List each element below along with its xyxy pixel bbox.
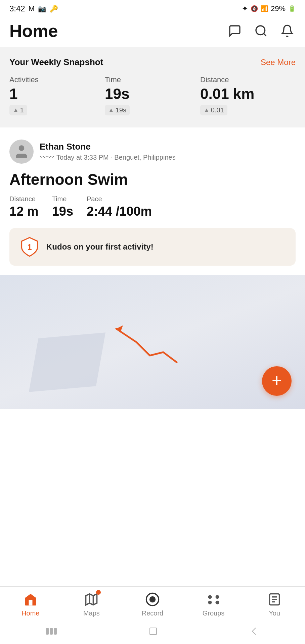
map-route [96,309,190,376]
map-background: + [0,275,305,409]
maps-icon [83,591,99,607]
svg-rect-21 [150,628,157,635]
nav-you[interactable]: You [254,591,295,617]
plus-icon: + [272,372,282,389]
stat-activities-label: Activities [9,75,105,84]
kudos-banner: 1 Kudos on your first activity! [9,228,296,266]
stat-time: Time 19s ▲ 19s [105,75,200,115]
stat-time-label: Time [105,75,200,84]
battery-icon: 🔋 [288,5,296,12]
android-nav-bar [0,621,305,644]
activity-meta-text: Today at 3:33 PM · Benguet, Philippines [56,154,176,161]
arrow-up-icon: ▲ [204,107,210,114]
see-more-button[interactable]: See More [261,58,296,67]
user-info: Ethan Stone 〰〰 Today at 3:33 PM · Bengue… [40,142,176,162]
stat-distance-label: Distance [200,75,296,84]
svg-text:1: 1 [27,243,32,252]
maps-badge [96,590,101,595]
achievement-badge-icon: 1 [19,236,40,258]
stat-time-delta: 19s [116,106,126,114]
bottom-navigation: Home Maps Record [0,586,305,644]
activity-time-value: 19s [52,204,73,219]
activity-pace-value: 2:44 /100m [87,204,152,219]
activity-time: Time 19s [52,195,73,219]
page-title: Home [9,21,58,41]
time-display: 3:42 [9,4,25,13]
status-bar: 3:42 M 📷 🔑 ✦ 🔇 📶 29% 🔋 [0,0,305,16]
stat-activities-value: 1 [9,86,105,102]
nav-groups-label: Groups [203,609,225,617]
activity-distance-label: Distance [9,195,39,203]
stat-distance-delta: 0.01 [211,106,224,114]
notifications-button[interactable] [279,22,296,39]
add-activity-button[interactable]: + [262,366,292,396]
svg-point-1 [19,145,25,151]
gmail-icon: M [29,4,35,13]
activity-user-row: Ethan Stone 〰〰 Today at 3:33 PM · Bengue… [9,140,296,164]
status-time: 3:42 M 📷 🔑 [9,4,58,13]
nav-record-label: Record [142,609,163,617]
nav-home[interactable]: Home [10,591,51,617]
wifi-icon: 📶 [261,5,268,12]
svg-marker-5 [86,594,97,605]
home-icon [23,591,39,607]
android-nav-back[interactable] [248,625,260,637]
app-header: Home [0,16,305,47]
status-icons: ✦ 🔇 📶 29% 🔋 [242,4,296,13]
nav-maps-label: Maps [83,609,100,617]
android-nav-menu[interactable] [45,627,58,636]
svg-point-10 [208,595,212,599]
snapshot-stats: Activities 1 ▲ 1 Time 19s ▲ 19s Distance… [9,75,296,115]
svg-rect-4 [29,600,32,606]
stat-time-change: ▲ 19s [105,105,130,115]
svg-rect-18 [46,628,49,635]
stat-activities-delta: 1 [20,106,24,114]
avatar [9,140,34,164]
kudos-text: Kudos on your first activity! [46,242,154,252]
svg-rect-19 [50,628,53,635]
stat-activities: Activities 1 ▲ 1 [9,75,105,115]
snapshot-header: Your Weekly Snapshot See More [9,57,296,67]
groups-icon [206,591,222,607]
activity-feed: Ethan Stone 〰〰 Today at 3:33 PM · Bengue… [0,130,305,266]
svg-point-13 [215,601,219,604]
map-section[interactable]: + [0,275,305,409]
android-nav-home[interactable] [147,625,159,637]
mute-icon: 🔇 [251,5,258,12]
search-button[interactable] [253,22,269,39]
record-icon [144,591,161,607]
activity-pace: Pace 2:44 /100m [87,195,152,219]
activity-time-label: Time [52,195,73,203]
stat-distance-change: ▲ 0.01 [200,105,227,115]
video-icon: 📷 [38,5,46,13]
weekly-snapshot: Your Weekly Snapshot See More Activities… [0,47,305,127]
kudos-badge: 1 [19,236,40,258]
stat-distance-value: 0.01 km [200,86,296,102]
nav-items: Home Maps Record [0,587,305,621]
nav-maps[interactable]: Maps [71,591,112,617]
person-icon [13,143,30,160]
svg-point-11 [215,595,219,599]
svg-point-0 [256,26,265,35]
header-actions [226,22,296,39]
arrow-up-icon: ▲ [108,107,114,114]
activity-stats-row: Distance 12 m Time 19s Pace 2:44 /100m [9,195,296,219]
arrow-up-icon: ▲ [13,107,19,114]
stat-activities-change: ▲ 1 [9,105,27,115]
svg-point-9 [149,596,156,602]
svg-rect-20 [54,628,57,635]
snapshot-title: Your Weekly Snapshot [9,57,103,67]
nav-groups[interactable]: Groups [193,591,234,617]
nav-home-label: Home [21,609,39,617]
nav-you-label: You [269,609,280,617]
bluetooth-icon: ✦ [242,4,248,13]
activity-distance: Distance 12 m [9,195,39,219]
battery-display: 29% [271,4,286,13]
stat-distance: Distance 0.01 km ▲ 0.01 [200,75,296,115]
stat-time-value: 19s [105,86,200,102]
swim-icon: 〰〰 [40,153,54,162]
svg-point-12 [208,601,212,604]
user-meta: 〰〰 Today at 3:33 PM · Benguet, Philippin… [40,153,176,162]
chat-button[interactable] [226,22,243,39]
nav-record[interactable]: Record [132,591,173,617]
